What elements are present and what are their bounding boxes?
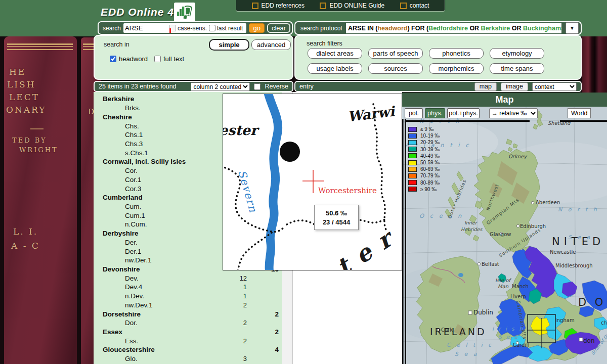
headword-label: headword (119, 55, 148, 63)
source-row[interactable]: nw.Dev.12 (94, 301, 282, 310)
legend-row: 40-49 ‰ (408, 153, 440, 159)
protocol-dropdown-button[interactable]: ▼ (566, 22, 579, 34)
search-bar: search case-sens. last result go clear (98, 21, 293, 35)
protocol-segment-6: Berkshire (481, 25, 510, 32)
row-label: Ess. (94, 337, 138, 345)
worcestershire-label: Worcestershire (318, 186, 377, 195)
fulltext-checkbox[interactable] (154, 56, 161, 62)
simple-mode-button[interactable]: simple (209, 39, 249, 51)
filter-button-usage-labels[interactable]: usage labels (308, 63, 362, 74)
search-in-panel: search in simple advanced headword full … (94, 35, 293, 80)
book-spine-title-text: HELISHLECTONARY (6, 66, 47, 116)
legend-swatch (408, 140, 417, 145)
clear-button[interactable]: clear (267, 23, 290, 33)
worcester-label-fragment: ester (223, 122, 257, 138)
menu-checkbox-icon (320, 3, 326, 9)
last-result-checkbox[interactable] (209, 25, 215, 31)
row-count: 2 (234, 319, 247, 327)
filter-button-time-spans[interactable]: time spans (490, 63, 544, 74)
filter-button-parts-of-speech[interactable]: parts of speech (368, 48, 423, 59)
map-mode-select[interactable]: → relative ‰ (489, 108, 538, 118)
legend-row: 60-69 ‰ (408, 166, 440, 172)
filter-button-etymology[interactable]: etymology (490, 48, 544, 59)
protocol-segment-8: Buckinghamsh (523, 25, 561, 32)
row-label: Cor.1 (94, 176, 141, 184)
case-sensitive-checkbox[interactable] (169, 25, 176, 31)
cursor-mark (169, 28, 171, 33)
book-spine-rule (30, 128, 44, 129)
book-spine-line: TED BY (12, 135, 58, 145)
reverse-checkbox[interactable] (254, 83, 261, 90)
search-protocol-text: ARSE IN (headword) FOR (Bedfordshire OR … (346, 23, 561, 33)
source-row[interactable]: Dev.12 (94, 274, 282, 283)
legend-row: 80-89 ‰ (408, 179, 440, 186)
book-spine-editor-text: TED BYWRIGHT (12, 135, 58, 155)
legend-row: 50-59 ‰ (408, 159, 440, 166)
map-panel-title: Map (496, 95, 514, 105)
tab-political-physical[interactable]: pol.+phys. (447, 108, 480, 118)
context-select[interactable]: context (532, 82, 577, 91)
search-input[interactable] (125, 24, 169, 32)
row-label: Cumberland (94, 194, 143, 201)
source-row[interactable]: Dev.41 (94, 283, 282, 292)
legend-label: 30-39 ‰ (420, 147, 440, 152)
map-label-kingdom: D O M (578, 296, 607, 308)
row-label: Dor. (94, 319, 138, 327)
county-row[interactable]: Gloucestershire4 (94, 345, 282, 354)
image-button[interactable]: image (501, 82, 528, 91)
row-count: 4 (264, 346, 279, 353)
filter-button-dialect-areas[interactable]: dialect areas (308, 48, 362, 59)
source-row[interactable]: Dor.2 (94, 318, 282, 328)
tab-political[interactable]: pol. (405, 108, 423, 118)
count-column-select[interactable]: column 2 counted (191, 82, 250, 91)
advanced-mode-button[interactable]: advanced (251, 39, 291, 50)
legend-label: 50-59 ‰ (420, 160, 440, 165)
map-label-irish: I r i s h (492, 326, 524, 332)
county-row[interactable]: Essex2 (94, 328, 282, 337)
tab-physical[interactable]: phys. (425, 108, 445, 118)
app-logo[interactable] (174, 3, 195, 22)
world-button[interactable]: World (568, 108, 591, 118)
legend-swatch (408, 180, 417, 185)
row-label: Cor. (94, 167, 138, 174)
legend-swatch (408, 160, 417, 165)
map-label-dublin: Dublin (473, 309, 493, 316)
menu-item-2[interactable]: EDD ONLINE Guide (320, 2, 384, 9)
legend-row: ≥ 90 ‰ (408, 186, 440, 193)
map-label-north_sea: N o r t h (558, 206, 599, 213)
book-spine-line: ONARY (6, 104, 47, 116)
search-filters-label: search filters (307, 40, 342, 47)
map-label-orkney: Orkney (508, 154, 527, 160)
headword-checkbox[interactable] (110, 56, 116, 62)
source-row[interactable]: n.Dev.1 (94, 292, 282, 301)
county-map-popup[interactable]: ester Warwi ter Severn Worcestershire 50… (223, 94, 402, 270)
filter-button-morphemics[interactable]: morphemics (429, 63, 484, 74)
filter-button-sources[interactable]: sources (368, 63, 423, 74)
legend-swatch (408, 147, 417, 152)
book-spine-line: A - C (9, 239, 40, 253)
menu-item-1[interactable]: EDD references (252, 2, 305, 9)
legend-label: 70-79 ‰ (420, 173, 440, 178)
map-label-belfast: Belfast (482, 261, 499, 267)
row-label: Devonshire (94, 265, 140, 273)
row-label: Der.1 (94, 248, 141, 255)
source-row[interactable]: Ess.2 (94, 336, 282, 345)
map-label-middlesbrough: Middlesbrough (555, 263, 593, 268)
source-row[interactable]: Glo.3 (94, 354, 282, 363)
row-count: 2 (264, 328, 279, 336)
row-label: Cum.1 (94, 212, 145, 219)
map-label-inner2: Hebrides (461, 226, 483, 232)
map-label-edinburgh: Edinburgh (520, 223, 546, 229)
map-label-sea_ne: S e a (568, 234, 592, 241)
legend-swatch (408, 133, 417, 139)
map-legend: ≤ 9 ‰10-19 ‰20-29 ‰30-39 ‰40-49 ‰50-59 ‰… (408, 126, 440, 193)
row-label: Chs.3 (94, 140, 143, 148)
row-count: 2 (264, 310, 279, 318)
map-button[interactable]: map (474, 82, 497, 91)
map-label-ipswich: ch (601, 320, 607, 326)
legend-label: 40-49 ‰ (420, 153, 440, 159)
county-row[interactable]: Dorsetshire2 (94, 309, 282, 318)
filter-button-phonetics[interactable]: phonetics (429, 48, 484, 59)
menu-item-3[interactable]: contact (400, 2, 429, 9)
go-button[interactable]: go (249, 23, 264, 33)
